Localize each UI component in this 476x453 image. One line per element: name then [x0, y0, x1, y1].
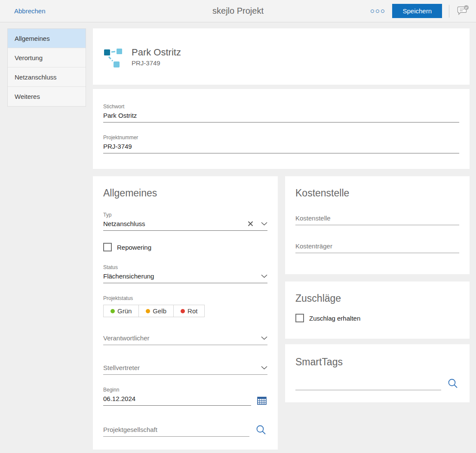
sidebar-item-allgemeines[interactable]: Allgemeines — [8, 29, 86, 48]
typ-input[interactable] — [103, 220, 243, 227]
project-nodes-icon — [103, 46, 124, 68]
chevron-down-icon[interactable] — [261, 336, 267, 340]
project-title: Park Ostritz — [132, 46, 181, 58]
zuschlaege-card: Zuschläge Zuschlag erhalten — [285, 282, 470, 339]
cancel-button[interactable]: Abbrechen — [14, 7, 46, 15]
red-dot-icon — [181, 309, 185, 313]
sidebar-item-verortung[interactable]: Verortung — [8, 48, 86, 67]
topbar-divider — [449, 5, 449, 18]
gelb-label: Gelb — [153, 307, 166, 315]
stichwort-input[interactable] — [103, 112, 459, 119]
yellow-dot-icon — [146, 309, 150, 313]
search-icon[interactable] — [447, 378, 458, 389]
projektstatus-label: Projektstatus — [103, 295, 267, 301]
sidebar: Allgemeines Verortung Netzanschluss Weit… — [7, 28, 86, 107]
projektnummer-input[interactable] — [103, 143, 459, 150]
zuschlag-erhalten-checkbox-box[interactable] — [295, 314, 304, 322]
save-button[interactable]: Speichern — [392, 4, 442, 18]
gruen-label: Grün — [117, 307, 132, 315]
verantwortlicher-input[interactable] — [103, 334, 257, 342]
kostentraeger-input[interactable] — [295, 242, 459, 250]
base-fields-card: Stichwort Projektnummer — [93, 89, 470, 169]
zuschlag-erhalten-checkbox[interactable]: Zuschlag erhalten — [295, 314, 459, 322]
allgemeines-heading: Allgemeines — [103, 187, 267, 199]
sidebar-item-netzanschluss[interactable]: Netzanschluss — [8, 67, 86, 87]
project-header-card: Park Ostritz PRJ-3749 — [93, 28, 470, 85]
projektstatus-rot-button[interactable]: Rot — [174, 305, 205, 317]
stellvertreter-input[interactable] — [103, 364, 257, 371]
kostenstelle-input[interactable] — [295, 214, 459, 222]
zuschlag-erhalten-label: Zuschlag erhalten — [309, 315, 360, 322]
status-input[interactable] — [103, 272, 257, 280]
repowering-checkbox[interactable]: Repowering — [103, 243, 267, 251]
smarttags-heading: SmartTags — [295, 356, 459, 368]
beginn-input[interactable] — [103, 395, 251, 402]
stichwort-label: Stichwort — [103, 104, 459, 110]
main-content: Park Ostritz PRJ-3749 Stichwort Projektn… — [93, 28, 470, 450]
kostenstelle-heading: Kostenstelle — [295, 187, 459, 199]
smarttags-card: SmartTags — [285, 344, 470, 402]
calendar-icon[interactable] — [257, 397, 267, 405]
rot-label: Rot — [187, 307, 197, 315]
project-number: PRJ-3749 — [132, 59, 181, 67]
smarttags-input[interactable] — [295, 380, 441, 387]
projektnummer-label: Projektnummer — [103, 135, 459, 141]
more-options-icon[interactable] — [370, 7, 385, 15]
clear-icon[interactable] — [248, 221, 253, 226]
search-icon[interactable] — [255, 425, 267, 436]
chevron-down-icon[interactable] — [261, 274, 267, 278]
repowering-checkbox-box[interactable] — [103, 243, 112, 251]
topbar: Abbrechen skejlo Projekt Speichern — [0, 0, 476, 22]
green-dot-icon — [111, 309, 115, 313]
allgemeines-card: Allgemeines Typ Repowering Sta — [93, 176, 278, 450]
status-label: Status — [103, 264, 267, 270]
zuschlaege-heading: Zuschläge — [295, 293, 459, 304]
typ-label: Typ — [103, 212, 267, 218]
sidebar-item-weiteres[interactable]: Weiteres — [8, 87, 86, 106]
projektstatus-group: Projektstatus Grün Gelb Rot — [103, 295, 267, 317]
projektstatus-gruen-button[interactable]: Grün — [103, 305, 139, 317]
beginn-label: Beginn — [103, 387, 251, 393]
chevron-down-icon[interactable] — [261, 222, 267, 226]
comment-check-icon[interactable] — [456, 4, 470, 18]
kostenstelle-card: Kostenstelle — [285, 176, 470, 274]
chevron-down-icon[interactable] — [261, 366, 267, 370]
projektgesellschaft-input[interactable] — [103, 426, 249, 433]
repowering-label: Repowering — [117, 244, 151, 251]
projektstatus-gelb-button[interactable]: Gelb — [139, 305, 174, 317]
